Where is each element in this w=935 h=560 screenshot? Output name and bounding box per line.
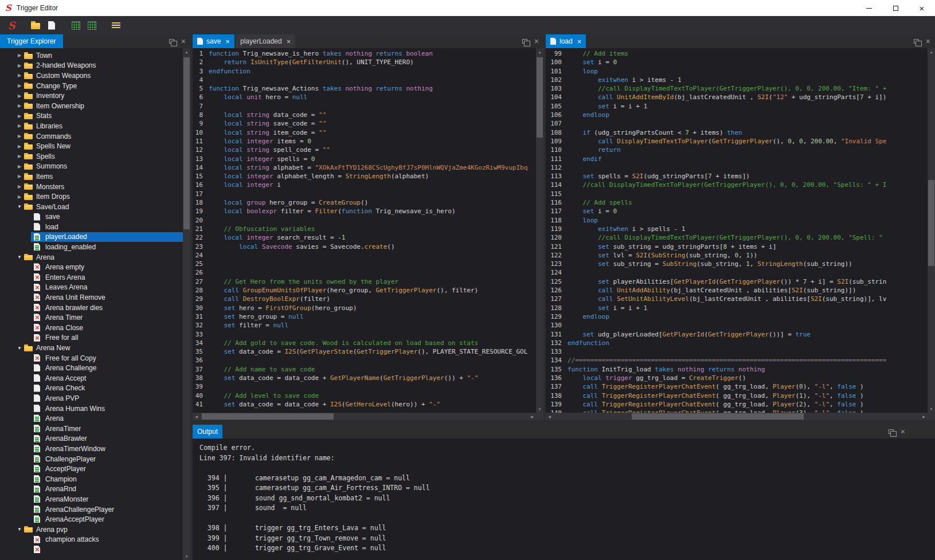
tree-item[interactable]: Arena Check	[0, 383, 183, 394]
expand-arrow-icon[interactable]: ▶	[15, 103, 24, 108]
tree-item[interactable]: ArenaAcceptPlayer	[0, 514, 183, 524]
code-line[interactable]: 137 call TriggerRegisterPlayerChatEvent(…	[546, 382, 928, 391]
code-line[interactable]: 2 return IsUnitType(GetFilterUnit(), UNI…	[193, 58, 536, 66]
code-line[interactable]: 1function Trig_newsave_is_hero takes not…	[193, 49, 536, 58]
code-line[interactable]: 36	[193, 356, 536, 365]
export-grid-icon[interactable]	[85, 18, 99, 32]
scroll-up-icon[interactable]: ▲	[536, 48, 543, 56]
code-line[interactable]: 114 //call DisplayTimedTextToPlayer(GetT…	[546, 181, 928, 189]
tree-item[interactable]: ×Arena Unit Remove	[0, 292, 183, 303]
code-line[interactable]: 104 call UnitAddItemById(bj_lastCreatedU…	[546, 93, 928, 101]
code-line[interactable]: 128 set i = i + 1	[546, 304, 928, 312]
tree-item[interactable]: Arena	[0, 413, 183, 424]
tree-item[interactable]: ▶Change Type	[0, 81, 183, 91]
code-line[interactable]: 21 // Obfuscation variables	[193, 225, 536, 233]
code-line[interactable]: 99 // Add items	[546, 49, 928, 58]
maximize-button[interactable]	[882, 0, 909, 16]
code-line[interactable]: 117 set i = 0	[546, 207, 928, 216]
tree-item[interactable]: ▶Libraries	[0, 121, 183, 131]
code-line[interactable]: 131 set udg_playerLoaded[GetPlayerId(Get…	[546, 330, 928, 339]
expand-arrow-icon[interactable]: ▶	[15, 174, 24, 179]
tree-item[interactable]: ▶Inventory	[0, 91, 183, 101]
scroll-left-icon[interactable]: ◀	[193, 413, 200, 420]
new-file-icon[interactable]	[45, 18, 58, 32]
tree-item[interactable]: Arena Challenge	[0, 363, 183, 373]
code-line[interactable]: 11 local integer items = 0	[193, 137, 536, 146]
load-code[interactable]: 99 // Add items100 set i = 0101 loop102 …	[546, 48, 928, 413]
tree-item[interactable]: ×Free for all	[0, 333, 183, 343]
code-line[interactable]: 140 call TriggerRegisterPlayerChatEvent(…	[546, 409, 928, 413]
code-line[interactable]: 27 // Get Hero from the units owned by t…	[193, 277, 536, 286]
code-line[interactable]: 127 call SetUnitAbilityLevel(bj_lastCrea…	[546, 295, 928, 303]
tree-item[interactable]: ▶2-handed Weapons	[0, 61, 183, 71]
code-line[interactable]: 102 exitwhen i > items - 1	[546, 76, 928, 84]
tree-item[interactable]: ArenaTimer	[0, 424, 183, 434]
expand-arrow-icon[interactable]: ▶	[15, 154, 24, 159]
tree-item[interactable]: Arena PVP	[0, 393, 183, 404]
tree-item[interactable]: ▶Town	[0, 50, 183, 61]
scrollbar-thumb[interactable]	[928, 180, 934, 266]
tree-item[interactable]: ▼Arena	[0, 252, 183, 263]
save-horizontal-scrollbar[interactable]: ◀ ▶	[193, 413, 536, 420]
code-line[interactable]: 35 set data_code = I2S(GetPlayerState(Ge…	[193, 347, 536, 356]
code-line[interactable]: 3endfunction	[193, 67, 536, 76]
code-line[interactable]: 124	[546, 268, 928, 277]
code-line[interactable]: 116 // Add spells	[546, 198, 928, 207]
tree-item[interactable]: load	[0, 222, 183, 232]
collapse-arrow-icon[interactable]: ▼	[15, 204, 24, 209]
code-line[interactable]: 133	[546, 347, 928, 356]
code-line[interactable]: 19 local boolexpr filter = Filter(functi…	[193, 207, 536, 216]
code-line[interactable]: 9 local string save_code = ""	[193, 119, 536, 128]
expand-arrow-icon[interactable]: ▶	[15, 184, 24, 189]
tree-item[interactable]: playerLoaded	[0, 232, 183, 242]
load-vertical-scrollbar[interactable]: ▲ ▼	[928, 48, 935, 413]
expand-arrow-icon[interactable]: ▶	[15, 93, 24, 99]
load-horizontal-scrollbar[interactable]: ◀ ▶	[546, 413, 928, 420]
code-line[interactable]: 29 call DestroyBoolExpr(filter)	[193, 295, 536, 303]
code-line[interactable]: 138 call TriggerRegisterPlayerChatEvent(…	[546, 391, 928, 400]
tab-playerLoaded[interactable]: playerLoaded×	[236, 34, 295, 48]
code-line[interactable]: 32 set filter = null	[193, 321, 536, 330]
expand-arrow-icon[interactable]: ▶	[15, 164, 24, 169]
code-line[interactable]: 18 local group hero_group = CreateGroup(…	[193, 198, 536, 207]
close-panel-icon[interactable]: ×	[181, 37, 186, 45]
scroll-left-icon[interactable]: ◀	[546, 413, 553, 420]
code-line[interactable]: 8 local string data_code = ""	[193, 111, 536, 119]
tree-item[interactable]: ▼Arena New	[0, 343, 183, 353]
code-line[interactable]: 123 set sub_string = SubString(sub_strin…	[546, 260, 928, 268]
expand-arrow-icon[interactable]: ▶	[15, 144, 24, 149]
tree-item[interactable]: Champion	[0, 474, 183, 484]
code-line[interactable]: 132endfunction	[546, 339, 928, 347]
tree-item[interactable]: ▶Item Ownership	[0, 101, 183, 111]
tree-item[interactable]: ▶Spells	[0, 151, 183, 162]
tree-item[interactable]: ▶Summons	[0, 162, 183, 172]
tree-item[interactable]: ArenaTimerWindow	[0, 444, 183, 454]
tab-output[interactable]: Output	[193, 425, 222, 438]
code-line[interactable]: 23 local Savecode savies = Savecode.crea…	[193, 242, 536, 251]
syntax-check-icon[interactable]: S	[5, 18, 18, 32]
code-line[interactable]: 105 set i = i + 1	[546, 102, 928, 111]
tree-item[interactable]: ×Enters Arena	[0, 272, 183, 283]
code-line[interactable]: 22 local integer search_result = -1	[193, 233, 536, 242]
tree-item[interactable]: ×Arena empty	[0, 262, 183, 272]
code-line[interactable]: 24	[193, 251, 536, 260]
save-vertical-scrollbar[interactable]: ▲ ▼	[536, 48, 543, 413]
tab-save[interactable]: save×	[193, 34, 234, 48]
scroll-up-icon[interactable]: ▲	[183, 48, 190, 56]
code-line[interactable]: 37 // Add name to save code	[193, 365, 536, 374]
code-line[interactable]: 33	[193, 330, 536, 339]
tree-item[interactable]: ▼Save/Load	[0, 202, 183, 212]
code-line[interactable]: 120 //call DisplayTimedTextToPlayer(GetT…	[546, 233, 928, 242]
tree-item[interactable]: ×	[0, 545, 183, 555]
close-button[interactable]: ×	[909, 0, 935, 16]
code-line[interactable]: 25	[193, 260, 536, 268]
code-line[interactable]: 5function Trig_newsave_Actions takes not…	[193, 84, 536, 93]
tree-item[interactable]: ChallengePlayer	[0, 454, 183, 464]
scroll-down-icon[interactable]: ▼	[928, 405, 935, 413]
scroll-down-icon[interactable]: ▼	[536, 405, 543, 413]
expand-arrow-icon[interactable]: ▶	[15, 113, 24, 119]
close-panel-icon[interactable]: ×	[534, 37, 539, 45]
tree-item[interactable]: ArenaRnd	[0, 484, 183, 495]
code-line[interactable]: 100 set i = 0	[546, 58, 928, 66]
code-line[interactable]: 12 local string spell_code = ""	[193, 146, 536, 154]
